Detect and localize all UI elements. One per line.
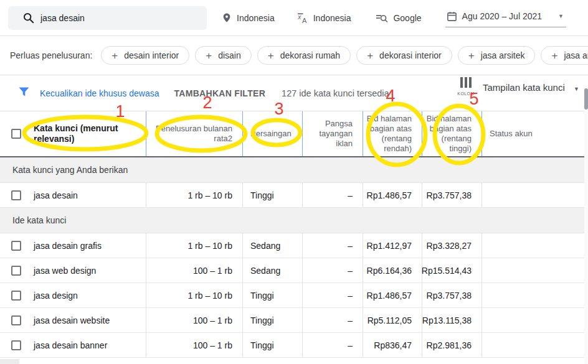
vertical-scrollbar[interactable]	[584, 87, 588, 364]
column-header-keyword[interactable]: Kata kunci (menurut relevansi)	[0, 111, 146, 156]
chevron-down-icon[interactable]: ▼	[558, 13, 564, 19]
row-checkbox[interactable]	[11, 340, 21, 350]
account-status-cell	[482, 258, 588, 282]
bid-high-cell: Rp13.115,38	[422, 308, 482, 332]
search-input[interactable]	[40, 13, 199, 23]
searches-cell: 1 rb – 10 rb	[146, 283, 243, 307]
filter-funnel-icon	[19, 87, 29, 100]
language-setting[interactable]: x A Indonesia	[297, 12, 351, 24]
chip-dekorasi-interior[interactable]: +dekorasi interior	[356, 46, 452, 65]
keyword-text: jasa desain grafis	[34, 241, 102, 251]
column-header-top-of-page-bid-high[interactable]: Bid halaman bagian atas (rentang tinggi)	[422, 111, 482, 156]
column-header-ad-impression-share[interactable]: Pangsa tayangan iklan	[303, 111, 363, 156]
ad-share-cell: –	[303, 283, 363, 307]
row-checkbox[interactable]	[11, 315, 21, 325]
column-header-account-status[interactable]: Status akun	[482, 111, 588, 156]
next-row-stub	[0, 359, 19, 364]
scrollbar-thumb[interactable]	[584, 88, 588, 110]
account-status-cell	[482, 233, 588, 258]
chip-jasa-arsitektur[interactable]: +jasa arsitektur	[541, 46, 588, 65]
chip-label: dekorasi interior	[379, 50, 442, 60]
bid-high-cell: Rp2.981,36	[422, 333, 482, 357]
column-header-keyword-label: Kata kunci (menurut relevansi)	[34, 123, 146, 145]
expand-search-row: Perluas penelusuran: +desain interior +d…	[0, 36, 588, 75]
chip-dekorasi-rumah[interactable]: +dekorasi rumah	[257, 46, 351, 65]
bid-low-cell: Rp1.486,57	[363, 183, 422, 207]
row-checkbox[interactable]	[11, 291, 21, 301]
keyword-search-box[interactable]	[8, 6, 207, 30]
date-range-setting[interactable]: Agu 2020 – Jul 2021 ▼	[445, 9, 566, 27]
plus-icon: +	[551, 50, 557, 61]
columns-button[interactable]: KOLOM	[455, 77, 477, 96]
keyword-cell: jasa desain grafis	[0, 233, 146, 258]
chip-desain-interior[interactable]: +desain interior	[101, 46, 189, 65]
chip-label: jasa arsitek	[481, 50, 525, 60]
column-header-label: Status akun	[490, 129, 533, 139]
plus-icon: +	[206, 50, 212, 61]
competition-cell: Sedang	[243, 258, 303, 282]
columns-icon	[460, 77, 472, 88]
table-row-jasa-web-design: jasa web design 100 – 1 rb Sedang – Rp6.…	[0, 258, 588, 283]
row-checkbox[interactable]	[11, 241, 21, 251]
keyword-ideas-count: 127 ide kata kunci tersedia	[282, 88, 389, 98]
plus-icon: +	[111, 50, 118, 61]
section-provided-keywords: Kata kunci yang Anda berikan	[0, 157, 588, 183]
keyword-view-toggle[interactable]: Tampilan kata kunci ▼	[483, 82, 579, 93]
network-value: Google	[393, 13, 421, 23]
chip-label: jasa arsitektur	[564, 50, 588, 60]
search-network-icon	[376, 13, 388, 23]
column-header-label: Bid halaman bagian atas (rentang rendah)	[363, 114, 412, 154]
plus-icon: +	[268, 50, 274, 61]
bid-high-cell: Rp3.757,38	[422, 283, 482, 307]
columns-button-label: KOLOM	[455, 91, 477, 96]
keyword-cell: jasa desain	[0, 183, 146, 207]
svg-text:x: x	[297, 14, 301, 21]
keyword-cell: jasa desain website	[0, 308, 146, 332]
column-header-label: Penelusuran bulanan rata2	[146, 124, 232, 144]
chip-label: disain	[218, 50, 241, 60]
column-header-top-of-page-bid-low[interactable]: Bid halaman bagian atas (rentang rendah)	[363, 111, 422, 156]
keyword-planner-screen: Indonesia x A Indonesia Googl	[0, 0, 588, 364]
column-header-avg-monthly-searches[interactable]: Penelusuran bulanan rata2	[146, 111, 243, 156]
chip-label: desain interior	[124, 50, 179, 60]
row-checkbox[interactable]	[11, 266, 21, 276]
search-icon	[23, 12, 34, 24]
table-row-jasa-desain: jasa desain 1 rb – 10 rb Tinggi – Rp1.48…	[0, 183, 588, 208]
select-all-checkbox[interactable]	[11, 129, 21, 139]
competition-cell: Tinggi	[243, 333, 303, 357]
keyword-text: jasa desain	[34, 190, 78, 200]
expand-search-label: Perluas penelusuran:	[10, 50, 92, 60]
chip-label: dekorasi rumah	[280, 50, 341, 60]
column-header-label: Pangsa tayangan iklan	[303, 119, 353, 149]
add-filter-button[interactable]: TAMBAHKAN FILTER	[174, 88, 265, 98]
exclude-adult-ideas-link[interactable]: Kecualikan ide khusus dewasa	[40, 88, 159, 98]
competition-cell: Tinggi	[243, 308, 303, 332]
searches-cell: 100 – 1 rb	[146, 308, 243, 332]
table-row-jasa-desain-grafis: jasa desain grafis 1 rb – 10 rb Sedang –…	[0, 233, 588, 258]
translate-icon: x A	[297, 12, 308, 24]
chip-jasa-arsitek[interactable]: +jasa arsitek	[458, 46, 536, 65]
row-checkbox[interactable]	[11, 190, 21, 200]
chevron-down-icon: ▼	[574, 86, 579, 92]
competition-cell: Sedang	[243, 233, 303, 258]
top-settings-bar: Indonesia x A Indonesia Googl	[0, 0, 588, 36]
bid-low-cell: Rp1.486,57	[363, 283, 422, 307]
bid-high-cell: Rp3.328,27	[422, 233, 482, 258]
column-header-label: Persaingan	[250, 129, 292, 139]
keyword-text: jasa web design	[34, 266, 96, 276]
column-header-competition[interactable]: Persaingan	[243, 111, 303, 156]
searches-cell: 100 – 1 rb	[146, 258, 243, 282]
ad-share-cell: –	[303, 233, 363, 258]
keyword-view-label: Tampilan kata kunci	[483, 82, 565, 93]
filter-toolbar: Kecualikan ide khusus dewasa TAMBAHKAN F…	[0, 75, 588, 111]
chip-disain[interactable]: +disain	[195, 46, 252, 65]
section-keyword-ideas: Ide kata kunci	[0, 208, 588, 233]
plus-icon: +	[468, 50, 475, 61]
table-header-row: Kata kunci (menurut relevansi) Penelusur…	[0, 111, 588, 157]
bid-low-cell: Rp1.412,97	[363, 233, 422, 258]
account-status-cell	[482, 183, 588, 207]
location-pin-icon	[222, 12, 232, 23]
location-setting[interactable]: Indonesia	[222, 12, 275, 23]
network-setting[interactable]: Google	[376, 13, 421, 23]
table-row-jasa-desain-banner: jasa desain banner 100 – 1 rb Tinggi – R…	[0, 333, 588, 358]
